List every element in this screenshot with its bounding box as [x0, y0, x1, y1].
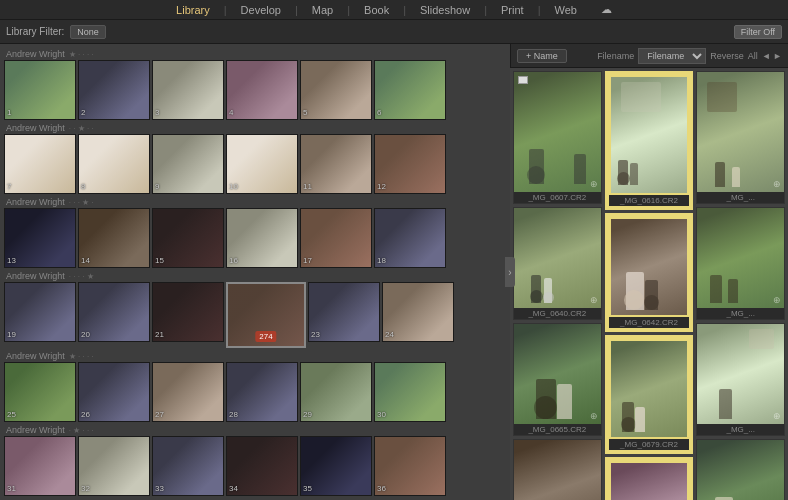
thumbnail[interactable]: 35: [300, 436, 372, 496]
panel-collapse-arrow[interactable]: ›: [505, 257, 515, 287]
thumbnail[interactable]: 8: [78, 134, 150, 194]
thumbnail[interactable]: 31: [4, 436, 76, 496]
thumb-number: 26: [81, 410, 90, 419]
sep3: |: [347, 4, 350, 16]
survey-thumbnail[interactable]: ⊕ _MG_0702.CR2: [513, 439, 602, 500]
thumbnail[interactable]: 12: [374, 134, 446, 194]
add-name-button[interactable]: + Name: [517, 49, 567, 63]
survey-thumbnail[interactable]: ⊕ _MG_0665.CR2: [513, 323, 602, 436]
thumb-number: 6: [377, 108, 381, 117]
thumb-number: 9: [155, 182, 159, 191]
thumbnail[interactable]: 34: [226, 436, 298, 496]
menu-book[interactable]: Book: [360, 4, 393, 16]
survey-thumbnail[interactable]: ⊕ _MG_...: [696, 71, 785, 204]
survey-photo-label: _MG_0640.CR2: [514, 308, 601, 319]
thumbnail[interactable]: 16: [226, 208, 298, 268]
row-stars: ★ · · · ·: [69, 352, 94, 361]
sep4: |: [403, 4, 406, 16]
thumb-number: 28: [229, 410, 238, 419]
thumb-number: 4: [229, 108, 233, 117]
top-menu-bar: Library | Develop | Map | Book | Slidesh…: [0, 0, 788, 20]
thumbnail[interactable]: 32: [78, 436, 150, 496]
thumbnail[interactable]: 3: [152, 60, 224, 120]
thumbnail[interactable]: 29: [300, 362, 372, 422]
zoom-icon[interactable]: ⊕: [590, 295, 598, 305]
thumbnail[interactable]: 26: [78, 362, 150, 422]
survey-photo-label: _MG_0607.CR2: [514, 192, 601, 203]
zoom-icon[interactable]: ⊕: [773, 179, 781, 189]
filter-off-button[interactable]: Filter Off: [734, 25, 782, 39]
thumbnail[interactable]: 28: [226, 362, 298, 422]
thumbnail[interactable]: 7: [4, 134, 76, 194]
thumbnail[interactable]: 6: [374, 60, 446, 120]
survey-thumbnail-selected[interactable]: _MG_0679.CR2: [605, 335, 694, 454]
menu-print[interactable]: Print: [497, 4, 528, 16]
thumb-row: 31 32 33 34 35 36: [4, 436, 506, 496]
thumb-number: 11: [303, 182, 312, 191]
thumb-number: 10: [229, 182, 238, 191]
thumb-number: 35: [303, 484, 312, 493]
thumbnail[interactable]: 15: [152, 208, 224, 268]
thumbnail[interactable]: 24: [382, 282, 454, 342]
menu-slideshow[interactable]: Slideshow: [416, 4, 474, 16]
thumbnail[interactable]: 13: [4, 208, 76, 268]
selected-thumbnail[interactable]: [226, 282, 306, 348]
sep5: |: [484, 4, 487, 16]
thumbnail[interactable]: 18: [374, 208, 446, 268]
survey-photo-area: [609, 75, 690, 195]
row-header: Andrew Wright ★ · · · ·: [4, 48, 506, 60]
thumbnail[interactable]: 5: [300, 60, 372, 120]
thumbnail[interactable]: 2: [78, 60, 150, 120]
thumbnail[interactable]: 1: [4, 60, 76, 120]
survey-thumbnail[interactable]: ⊕ _MG_0607.CR2: [513, 71, 602, 204]
thumbnail[interactable]: 9: [152, 134, 224, 194]
nav-arrows: ◄ ►: [762, 51, 782, 61]
survey-thumbnail[interactable]: ⊕ _MG_...: [696, 439, 785, 500]
thumb-number: 21: [155, 330, 164, 339]
menu-map[interactable]: Map: [308, 4, 337, 16]
thumbnail[interactable]: 14: [78, 208, 150, 268]
survey-content: ⊕ _MG_0607.CR2 ⊕ _MG_0640.CR2: [510, 68, 788, 500]
menu-web[interactable]: Web: [550, 4, 580, 16]
menu-develop[interactable]: Develop: [237, 4, 285, 16]
survey-thumbnail-selected[interactable]: _MG_0721.CR2: [605, 457, 694, 500]
survey-thumbnail[interactable]: ⊕ _MG_...: [696, 207, 785, 320]
survey-thumbnail-selected[interactable]: _MG_0616.CR2: [605, 71, 694, 210]
thumbnail[interactable]: 36: [374, 436, 446, 496]
zoom-icon[interactable]: ⊕: [590, 179, 598, 189]
survey-photo-label: _MG_...: [697, 192, 784, 203]
thumbnail[interactable]: 11: [300, 134, 372, 194]
thumbnail[interactable]: 10: [226, 134, 298, 194]
thumb-number: 16: [229, 256, 238, 265]
row-header: Andrew Wright ★ · · · ·: [4, 350, 506, 362]
survey-thumbnail[interactable]: ⊕ _MG_0640.CR2: [513, 207, 602, 320]
survey-thumbnail-selected[interactable]: _MG_0642.CR2: [605, 213, 694, 332]
sep2: |: [295, 4, 298, 16]
thumbnail[interactable]: 19: [4, 282, 76, 342]
survey-photo-area: [609, 461, 690, 500]
menu-cloud[interactable]: ☁: [597, 3, 616, 16]
thumbnail[interactable]: 25: [4, 362, 76, 422]
zoom-icon[interactable]: ⊕: [773, 295, 781, 305]
survey-thumbnail[interactable]: ⊕ _MG_...: [696, 323, 785, 436]
zoom-icon[interactable]: ⊕: [590, 411, 598, 421]
white-flag: [518, 76, 528, 84]
filter-none-button[interactable]: None: [70, 25, 106, 39]
zoom-icon[interactable]: ⊕: [773, 411, 781, 421]
thumbnail[interactable]: 4: [226, 60, 298, 120]
thumbnail[interactable]: 23: [308, 282, 380, 342]
thumbnail[interactable]: 33: [152, 436, 224, 496]
thumbnail[interactable]: 20: [78, 282, 150, 342]
sort-select[interactable]: Filename Date Rating: [638, 48, 706, 64]
thumbnail[interactable]: 21: [152, 282, 224, 342]
survey-photo-label: _MG_0665.CR2: [514, 424, 601, 435]
thumbnail[interactable]: 27: [152, 362, 224, 422]
thumb-number: 3: [155, 108, 159, 117]
thumb-number: 18: [377, 256, 386, 265]
grid-scroll[interactable]: Andrew Wright ★ · · · · 1 2 3 4 5 6 Andr…: [0, 44, 510, 500]
thumbnail[interactable]: 30: [374, 362, 446, 422]
thumbnail[interactable]: 17: [300, 208, 372, 268]
thumb-number: 5: [303, 108, 307, 117]
row-header: Andrew Wright · ★ · · ·: [4, 424, 506, 436]
menu-library[interactable]: Library: [172, 4, 214, 16]
